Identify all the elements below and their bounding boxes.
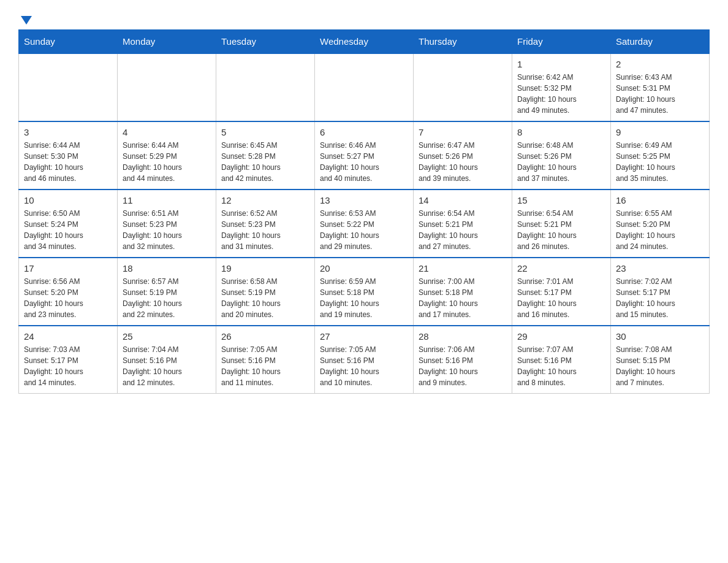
day-cell: 30Sunrise: 7:08 AM Sunset: 5:15 PM Dayli… xyxy=(611,326,710,394)
day-cell: 22Sunrise: 7:01 AM Sunset: 5:17 PM Dayli… xyxy=(512,258,611,326)
day-number: 3 xyxy=(24,127,112,137)
day-number: 5 xyxy=(221,127,309,137)
day-number: 1 xyxy=(517,59,605,69)
day-info: Sunrise: 6:45 AM Sunset: 5:28 PM Dayligh… xyxy=(221,140,309,184)
column-header-wednesday: Wednesday xyxy=(315,30,414,54)
day-cell xyxy=(414,53,512,121)
day-cell: 23Sunrise: 7:02 AM Sunset: 5:17 PM Dayli… xyxy=(611,258,710,326)
day-number: 27 xyxy=(320,331,408,342)
day-number: 4 xyxy=(123,127,211,137)
day-info: Sunrise: 7:04 AM Sunset: 5:16 PM Dayligh… xyxy=(123,344,211,388)
day-info: Sunrise: 7:03 AM Sunset: 5:17 PM Dayligh… xyxy=(24,344,112,388)
day-cell: 3Sunrise: 6:44 AM Sunset: 5:30 PM Daylig… xyxy=(19,121,118,190)
day-number: 10 xyxy=(24,195,112,205)
day-cell: 28Sunrise: 7:06 AM Sunset: 5:16 PM Dayli… xyxy=(414,326,512,394)
day-cell: 11Sunrise: 6:51 AM Sunset: 5:23 PM Dayli… xyxy=(118,190,216,258)
day-cell: 2Sunrise: 6:43 AM Sunset: 5:31 PM Daylig… xyxy=(611,53,710,121)
day-info: Sunrise: 6:47 AM Sunset: 5:26 PM Dayligh… xyxy=(419,140,507,184)
day-number: 16 xyxy=(616,195,704,205)
day-number: 6 xyxy=(320,127,408,137)
column-header-friday: Friday xyxy=(512,30,611,54)
day-number: 25 xyxy=(123,331,211,342)
logo xyxy=(18,12,33,23)
day-info: Sunrise: 6:43 AM Sunset: 5:31 PM Dayligh… xyxy=(616,72,704,116)
day-cell: 20Sunrise: 6:59 AM Sunset: 5:18 PM Dayli… xyxy=(315,258,414,326)
column-header-thursday: Thursday xyxy=(414,30,512,54)
day-cell: 6Sunrise: 6:46 AM Sunset: 5:27 PM Daylig… xyxy=(315,121,414,190)
day-number: 13 xyxy=(320,195,408,205)
logo-arrow-icon xyxy=(20,13,33,27)
day-number: 28 xyxy=(419,331,507,342)
day-cell xyxy=(216,53,315,121)
day-number: 18 xyxy=(123,263,211,274)
week-row-3: 10Sunrise: 6:50 AM Sunset: 5:24 PM Dayli… xyxy=(19,190,710,258)
day-cell: 21Sunrise: 7:00 AM Sunset: 5:18 PM Dayli… xyxy=(414,258,512,326)
day-info: Sunrise: 6:44 AM Sunset: 5:30 PM Dayligh… xyxy=(24,140,112,184)
day-cell: 14Sunrise: 6:54 AM Sunset: 5:21 PM Dayli… xyxy=(414,190,512,258)
day-number: 7 xyxy=(419,127,507,137)
day-info: Sunrise: 7:05 AM Sunset: 5:16 PM Dayligh… xyxy=(221,344,309,388)
day-info: Sunrise: 7:01 AM Sunset: 5:17 PM Dayligh… xyxy=(517,276,605,320)
day-cell xyxy=(19,53,118,121)
day-info: Sunrise: 6:44 AM Sunset: 5:29 PM Dayligh… xyxy=(123,140,211,184)
day-info: Sunrise: 6:58 AM Sunset: 5:19 PM Dayligh… xyxy=(221,276,309,320)
day-number: 20 xyxy=(320,263,408,274)
day-cell: 29Sunrise: 7:07 AM Sunset: 5:16 PM Dayli… xyxy=(512,326,611,394)
week-row-1: 1Sunrise: 6:42 AM Sunset: 5:32 PM Daylig… xyxy=(19,53,710,121)
day-number: 30 xyxy=(616,331,704,342)
day-number: 8 xyxy=(517,127,605,137)
day-number: 15 xyxy=(517,195,605,205)
day-number: 14 xyxy=(419,195,507,205)
day-info: Sunrise: 6:54 AM Sunset: 5:21 PM Dayligh… xyxy=(419,208,507,252)
day-number: 12 xyxy=(221,195,309,205)
day-info: Sunrise: 6:50 AM Sunset: 5:24 PM Dayligh… xyxy=(24,208,112,252)
day-cell: 16Sunrise: 6:55 AM Sunset: 5:20 PM Dayli… xyxy=(611,190,710,258)
header-row: SundayMondayTuesdayWednesdayThursdayFrid… xyxy=(19,30,710,54)
day-number: 9 xyxy=(616,127,704,137)
day-cell: 5Sunrise: 6:45 AM Sunset: 5:28 PM Daylig… xyxy=(216,121,315,190)
day-info: Sunrise: 7:06 AM Sunset: 5:16 PM Dayligh… xyxy=(419,344,507,388)
day-number: 21 xyxy=(419,263,507,274)
day-number: 24 xyxy=(24,331,112,342)
week-row-5: 24Sunrise: 7:03 AM Sunset: 5:17 PM Dayli… xyxy=(19,326,710,394)
day-info: Sunrise: 6:52 AM Sunset: 5:23 PM Dayligh… xyxy=(221,208,309,252)
day-cell xyxy=(118,53,216,121)
day-number: 17 xyxy=(24,263,112,274)
day-cell: 19Sunrise: 6:58 AM Sunset: 5:19 PM Dayli… xyxy=(216,258,315,326)
day-info: Sunrise: 6:56 AM Sunset: 5:20 PM Dayligh… xyxy=(24,276,112,320)
day-info: Sunrise: 6:59 AM Sunset: 5:18 PM Dayligh… xyxy=(320,276,408,320)
svg-marker-0 xyxy=(21,16,32,25)
day-number: 2 xyxy=(616,59,704,69)
day-cell: 8Sunrise: 6:48 AM Sunset: 5:26 PM Daylig… xyxy=(512,121,611,190)
day-cell: 25Sunrise: 7:04 AM Sunset: 5:16 PM Dayli… xyxy=(118,326,216,394)
column-header-monday: Monday xyxy=(118,30,216,54)
week-row-4: 17Sunrise: 6:56 AM Sunset: 5:20 PM Dayli… xyxy=(19,258,710,326)
day-info: Sunrise: 7:00 AM Sunset: 5:18 PM Dayligh… xyxy=(419,276,507,320)
day-cell: 13Sunrise: 6:53 AM Sunset: 5:22 PM Dayli… xyxy=(315,190,414,258)
day-cell: 10Sunrise: 6:50 AM Sunset: 5:24 PM Dayli… xyxy=(19,190,118,258)
day-cell: 17Sunrise: 6:56 AM Sunset: 5:20 PM Dayli… xyxy=(19,258,118,326)
calendar-table: SundayMondayTuesdayWednesdayThursdayFrid… xyxy=(18,29,710,394)
day-number: 29 xyxy=(517,331,605,342)
day-number: 11 xyxy=(123,195,211,205)
day-cell: 15Sunrise: 6:54 AM Sunset: 5:21 PM Dayli… xyxy=(512,190,611,258)
day-info: Sunrise: 6:55 AM Sunset: 5:20 PM Dayligh… xyxy=(616,208,704,252)
column-header-saturday: Saturday xyxy=(611,30,710,54)
day-info: Sunrise: 7:08 AM Sunset: 5:15 PM Dayligh… xyxy=(616,344,704,388)
day-cell: 18Sunrise: 6:57 AM Sunset: 5:19 PM Dayli… xyxy=(118,258,216,326)
day-cell: 4Sunrise: 6:44 AM Sunset: 5:29 PM Daylig… xyxy=(118,121,216,190)
day-info: Sunrise: 7:02 AM Sunset: 5:17 PM Dayligh… xyxy=(616,276,704,320)
day-number: 23 xyxy=(616,263,704,274)
day-cell: 24Sunrise: 7:03 AM Sunset: 5:17 PM Dayli… xyxy=(19,326,118,394)
day-number: 19 xyxy=(221,263,309,274)
day-info: Sunrise: 6:53 AM Sunset: 5:22 PM Dayligh… xyxy=(320,208,408,252)
page-header xyxy=(18,12,710,23)
day-cell: 1Sunrise: 6:42 AM Sunset: 5:32 PM Daylig… xyxy=(512,53,611,121)
day-info: Sunrise: 7:05 AM Sunset: 5:16 PM Dayligh… xyxy=(320,344,408,388)
day-cell: 26Sunrise: 7:05 AM Sunset: 5:16 PM Dayli… xyxy=(216,326,315,394)
day-info: Sunrise: 6:57 AM Sunset: 5:19 PM Dayligh… xyxy=(123,276,211,320)
day-info: Sunrise: 6:48 AM Sunset: 5:26 PM Dayligh… xyxy=(517,140,605,184)
column-header-tuesday: Tuesday xyxy=(216,30,315,54)
day-cell: 7Sunrise: 6:47 AM Sunset: 5:26 PM Daylig… xyxy=(414,121,512,190)
day-info: Sunrise: 6:49 AM Sunset: 5:25 PM Dayligh… xyxy=(616,140,704,184)
